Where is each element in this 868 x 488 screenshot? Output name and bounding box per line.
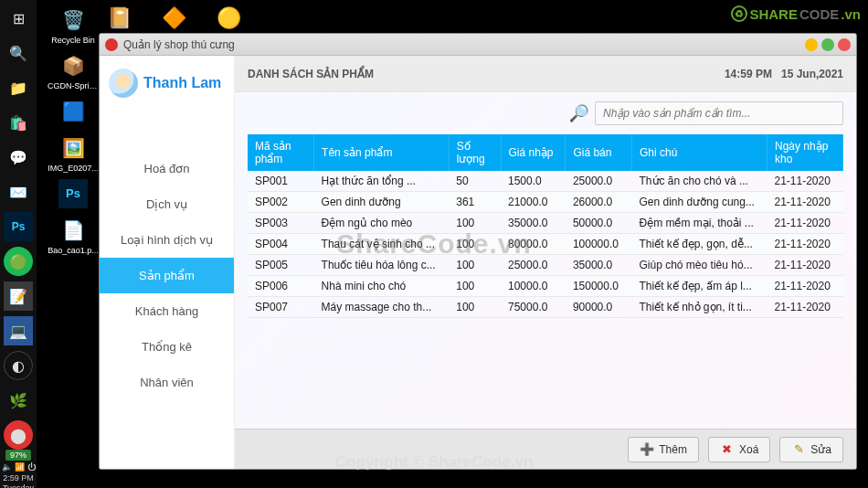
table-row[interactable]: SP002Gen dinh dưỡng36121000.026000.0Gen …	[248, 192, 843, 213]
cell: Gen dinh dưỡng	[314, 192, 450, 213]
desktop-top-icon-0[interactable]: 📔	[104, 4, 133, 33]
col-header-3[interactable]: Giá nhập	[501, 134, 566, 171]
cell: 361	[449, 192, 501, 213]
watermark-top-right: ♻ SHARECODE.vn	[731, 5, 861, 22]
taskbar-item-9[interactable]: 💻	[4, 316, 33, 345]
cell: Thiết kế đẹp, gọn, dễ...	[632, 234, 767, 255]
cell: 100	[449, 234, 501, 255]
cell: 50000.0	[566, 213, 632, 234]
cell: 100	[449, 297, 501, 318]
delete-label: Xoá	[739, 443, 758, 456]
cell: 21-11-2020	[767, 171, 842, 192]
edit-button[interactable]: ✎ Sửa	[779, 437, 843, 462]
battery-indicator[interactable]: 97%	[5, 450, 31, 461]
table-row[interactable]: SP005Thuốc tiêu hóa lông c...10025000.03…	[248, 255, 843, 276]
cell: 1500.0	[501, 171, 566, 192]
footer-bar: ➕ Thêm ✖ Xoá ✎ Sửa	[235, 429, 856, 469]
sidebar-item-1[interactable]: Dịch vụ	[100, 186, 234, 222]
desktop-icon-3[interactable]: 🖼️IMG_E0207...	[48, 132, 99, 175]
desktop-icon-2[interactable]: 🟦	[48, 95, 99, 130]
cell: SP004	[248, 234, 314, 255]
cell: Đệm mềm mại, thoải ...	[632, 213, 767, 234]
table-row[interactable]: SP007Máy massage cho th...10075000.09000…	[248, 297, 843, 318]
clock-time: 2:59 PM	[0, 473, 37, 483]
sidebar-item-3[interactable]: Sản phẩm	[100, 258, 234, 293]
app-icon	[105, 38, 118, 51]
add-button[interactable]: ➕ Thêm	[628, 437, 699, 462]
table-row[interactable]: SP003Đệm ngủ cho mèo10035000.050000.0Đệm…	[248, 213, 843, 234]
titlebar[interactable]: Quản lý shop thú cưng	[100, 34, 856, 56]
col-header-4[interactable]: Giá bán	[566, 134, 632, 171]
app-icon: 📔	[104, 4, 133, 33]
taskbar-item-0[interactable]: ⊞	[4, 4, 33, 33]
desktop-top-icon-2[interactable]: 🟡	[214, 4, 243, 33]
taskbar-item-2[interactable]: 📁	[4, 73, 33, 102]
sidebar-item-5[interactable]: Thống kê	[100, 329, 234, 365]
desktop-icon-4[interactable]: Ps	[48, 177, 99, 212]
col-header-6[interactable]: Ngày nhập kho	[767, 134, 842, 171]
cell: Thuốc tiêu hóa lông c...	[314, 255, 450, 276]
col-header-5[interactable]: Ghi chú	[632, 134, 767, 171]
file-icon: 📄	[58, 216, 88, 245]
desktop-icon-label: Recycle Bin	[51, 37, 95, 46]
taskbar-item-11[interactable]: 🌿	[4, 386, 33, 415]
col-header-0[interactable]: Mã sản phẩm	[248, 134, 314, 171]
tray-icon-2[interactable]: ⏻	[27, 462, 36, 472]
window-title: Quản lý shop thú cưng	[123, 38, 805, 51]
cell: SP007	[248, 297, 314, 318]
taskbar-item-8[interactable]: 📝	[4, 281, 33, 311]
taskbar-clock[interactable]: 2:59 PM Tuesday 6/15/2021	[0, 473, 37, 488]
taskbar-item-4[interactable]: 💬	[4, 143, 33, 172]
taskbar-item-5[interactable]: ✉️	[4, 177, 33, 207]
taskbar-item-6[interactable]: Ps	[4, 212, 33, 241]
col-header-2[interactable]: Số lượng	[449, 134, 501, 171]
maximize-button[interactable]	[821, 38, 834, 51]
tray-icon-0[interactable]: 🔈	[2, 462, 12, 472]
products-table: Mã sản phẩmTên sản phẩmSố lượngGiá nhậpG…	[248, 134, 843, 318]
table-row[interactable]: SP001Hạt thức ăn tổng ...501500.025000.0…	[248, 171, 843, 192]
close-button[interactable]	[838, 38, 851, 51]
cell: 21-11-2020	[767, 234, 842, 255]
cell: 21-11-2020	[767, 255, 842, 276]
sidebar-item-6[interactable]: Nhân viên	[100, 365, 234, 400]
desktop-icon-5[interactable]: 📄Bao_cao1.p...	[48, 214, 99, 258]
app-icon: 🔶	[159, 4, 188, 33]
desktop-icons: 🗑️Recycle Bin📦CGDN-Sprin...🟦🖼️IMG_E0207.…	[46, 0, 101, 258]
search-input[interactable]	[595, 101, 843, 125]
cell: 80000.0	[501, 234, 566, 255]
desktop-icon-label: IMG_E0207...	[48, 164, 99, 174]
cell: 25000.0	[566, 171, 632, 192]
cell: 35000.0	[566, 255, 632, 276]
cell: 21000.0	[501, 192, 566, 213]
brand: Thanh Lam	[100, 61, 234, 114]
cell: 75000.0	[501, 297, 566, 318]
main-header: DANH SÁCH SẢN PHẨM 14:59 PM 15 Jun,2021	[235, 56, 856, 92]
desktop-icon-0[interactable]: 🗑️Recycle Bin	[48, 4, 99, 48]
taskbar-item-3[interactable]: 🛍️	[4, 108, 33, 137]
tray-icon-1[interactable]: 📶	[15, 462, 25, 472]
taskbar-item-1[interactable]: 🔍	[4, 38, 33, 68]
cell: 21-11-2020	[767, 297, 842, 318]
sidebar-item-4[interactable]: Khách hàng	[100, 293, 234, 329]
table-row[interactable]: SP006Nhà mini cho chó10010000.0150000.0T…	[248, 276, 843, 297]
minimize-button[interactable]	[805, 38, 818, 51]
desktop-icon-1[interactable]: 📦CGDN-Sprin...	[48, 49, 99, 93]
desktop-top-icon-1[interactable]: 🔶	[159, 4, 188, 33]
col-header-1[interactable]: Tên sản phẩm	[314, 134, 450, 171]
cell: 100	[449, 255, 501, 276]
taskbar-item-7[interactable]: 🟢	[4, 247, 33, 276]
cell: Đệm ngủ cho mèo	[314, 213, 450, 234]
sidebar-item-2[interactable]: Loại hình dịch vụ	[100, 222, 234, 258]
search-icon: 🔍	[569, 103, 589, 123]
cell: SP002	[248, 192, 314, 213]
cell: 21-11-2020	[767, 276, 842, 297]
taskbar-item-12[interactable]: ⬤	[4, 420, 33, 450]
delete-button[interactable]: ✖ Xoá	[708, 437, 770, 462]
taskbar-item-10[interactable]: ◐	[4, 351, 33, 380]
app-window: Quản lý shop thú cưng Thanh Lam Hoá đơnD…	[99, 33, 857, 470]
header-time: 14:59 PM	[725, 68, 772, 80]
cell: Nhà mini cho chó	[314, 276, 450, 297]
cell: 35000.0	[501, 213, 566, 234]
sidebar-item-0[interactable]: Hoá đơn	[100, 151, 234, 186]
table-row[interactable]: SP004Thau cát vệ sinh cho ...10080000.01…	[248, 234, 843, 255]
